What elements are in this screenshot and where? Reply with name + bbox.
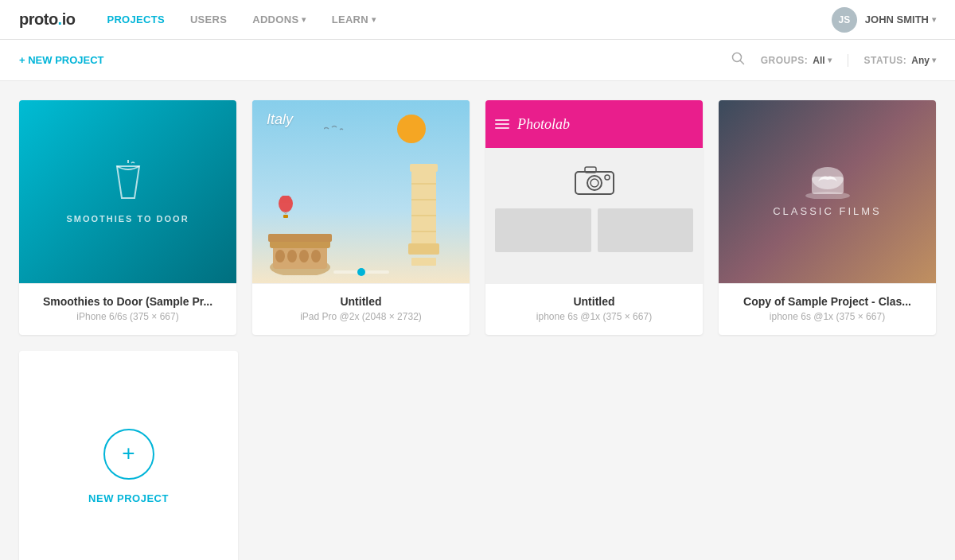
svg-point-18 <box>299 250 309 262</box>
svg-rect-21 <box>283 215 288 218</box>
user-menu[interactable]: JOHN SMITH ▾ <box>865 14 936 25</box>
camera-icon <box>574 164 615 196</box>
svg-rect-7 <box>411 258 436 266</box>
learn-chevron-icon: ▾ <box>372 15 376 24</box>
avatar: JS <box>832 7 857 33</box>
project-card-photolab[interactable]: Photolab <box>485 100 703 335</box>
svg-point-24 <box>591 179 598 187</box>
card-info-smoothies: Smoothies to Door (Sample Pr... iPhone 6… <box>19 283 236 335</box>
svg-rect-6 <box>408 243 439 255</box>
photolab-body <box>485 148 703 283</box>
photo-placeholder-1 <box>495 208 591 252</box>
photolab-bg: Photolab <box>485 100 703 283</box>
plus-icon: + <box>122 442 134 465</box>
photolab-title-text: Photolab <box>517 116 570 133</box>
logo-text: proto <box>19 10 58 28</box>
classic-text: CLASSIC FILMS <box>773 205 882 217</box>
classic-hat-icon <box>804 167 852 199</box>
navbar: proto.io PROJECTS USERS ADDONS ▾ LEARN ▾… <box>0 0 955 40</box>
status-filter: STATUS: Any ▾ <box>864 55 936 66</box>
svg-point-26 <box>605 175 610 180</box>
status-chevron-icon: ▾ <box>932 56 936 64</box>
italy-tower-icon <box>402 164 446 267</box>
thumbnail-photolab: Photolab <box>485 100 703 283</box>
italy-sun <box>397 115 426 143</box>
circle-plus-button[interactable]: + <box>103 429 154 480</box>
italy-slider <box>333 270 389 274</box>
svg-point-20 <box>279 196 293 212</box>
italy-label: Italy <box>267 111 293 128</box>
svg-point-17 <box>287 250 297 262</box>
hamburger-icon <box>495 119 509 129</box>
project-card-classic[interactable]: CLASSIC FILMS Copy of Sample Project - C… <box>719 100 936 335</box>
toolbar-right: GROUPS: All ▾ STATUS: Any ▾ <box>731 52 936 68</box>
thumbnail-classic: CLASSIC FILMS <box>719 100 936 283</box>
italy-bg: Italy <box>252 100 470 283</box>
toolbar: + NEW PROJECT GROUPS: All ▾ STATUS: Any … <box>0 40 955 81</box>
groups-value[interactable]: All ▾ <box>813 55 831 66</box>
photolab-placeholders <box>495 208 693 252</box>
italy-balloon-icon <box>276 196 295 220</box>
card-subtitle-smoothies: iPhone 6/6s (375 × 667) <box>29 311 227 322</box>
status-value[interactable]: Any ▾ <box>911 55 936 66</box>
new-project-card-label: NEW PROJECT <box>88 492 169 504</box>
nav-users[interactable]: USERS <box>190 14 227 25</box>
nav-addons[interactable]: ADDONS ▾ <box>252 14 306 25</box>
new-project-link[interactable]: + NEW PROJECT <box>19 54 104 66</box>
groups-chevron-icon: ▾ <box>828 56 832 64</box>
addons-chevron-icon: ▾ <box>302 15 306 24</box>
italy-slider-dot <box>357 268 365 276</box>
smoothies-bg: SMOOTHIES TO DOOR <box>19 100 236 283</box>
card-info-italy: Untitled iPad Pro @2x (2048 × 2732) <box>252 283 470 335</box>
italy-birds-icon <box>324 124 348 134</box>
new-project-card[interactable]: + NEW PROJECT <box>19 351 238 560</box>
photolab-header: Photolab <box>485 100 703 148</box>
card-info-photolab: Untitled iphone 6s @1x (375 × 667) <box>485 283 703 335</box>
project-grid: SMOOTHIES TO DOOR Smoothies to Door (Sam… <box>19 100 936 335</box>
classic-bg: CLASSIC FILMS <box>719 100 936 283</box>
card-title-smoothies: Smoothies to Door (Sample Pr... <box>29 295 227 308</box>
navbar-right: JS JOHN SMITH ▾ <box>832 7 936 33</box>
search-icon <box>731 52 745 65</box>
svg-rect-15 <box>268 234 332 242</box>
photo-placeholder-2 <box>598 208 694 252</box>
groups-filter: GROUPS: All ▾ <box>761 55 832 66</box>
card-info-classic: Copy of Sample Project - Clas... iphone … <box>719 283 936 335</box>
smoothies-label: SMOOTHIES TO DOOR <box>66 214 189 224</box>
project-card-smoothies[interactable]: SMOOTHIES TO DOOR Smoothies to Door (Sam… <box>19 100 236 335</box>
nav-projects[interactable]: PROJECTS <box>107 14 164 25</box>
thumbnail-italy: Italy <box>252 100 470 283</box>
card-subtitle-italy: iPad Pro @2x (2048 × 2732) <box>262 311 460 322</box>
nav-links: PROJECTS USERS ADDONS ▾ LEARN ▾ <box>107 14 831 25</box>
italy-colosseum-icon <box>268 228 332 275</box>
card-title-photolab: Untitled <box>495 295 693 308</box>
card-subtitle-photolab: iphone 6s @1x (375 × 667) <box>495 311 693 322</box>
svg-point-16 <box>275 250 285 262</box>
thumbnail-smoothies: SMOOTHIES TO DOOR <box>19 100 236 283</box>
svg-rect-4 <box>410 164 438 172</box>
svg-line-1 <box>740 60 744 64</box>
card-subtitle-classic: iphone 6s @1x (375 × 667) <box>728 311 926 322</box>
svg-point-19 <box>311 250 321 262</box>
svg-point-23 <box>587 176 602 190</box>
logo[interactable]: proto.io <box>19 10 75 29</box>
user-chevron-icon: ▾ <box>932 15 936 24</box>
card-title-italy: Untitled <box>262 295 460 308</box>
smoothie-cup-icon <box>109 160 147 204</box>
nav-learn[interactable]: LEARN ▾ <box>332 14 376 25</box>
project-card-italy[interactable]: Italy <box>252 100 470 335</box>
search-button[interactable] <box>731 52 745 68</box>
main-content: SMOOTHIES TO DOOR Smoothies to Door (Sam… <box>0 81 955 560</box>
filter-divider <box>848 54 848 67</box>
card-title-classic: Copy of Sample Project - Clas... <box>728 295 926 308</box>
logo-io: io <box>62 10 76 28</box>
